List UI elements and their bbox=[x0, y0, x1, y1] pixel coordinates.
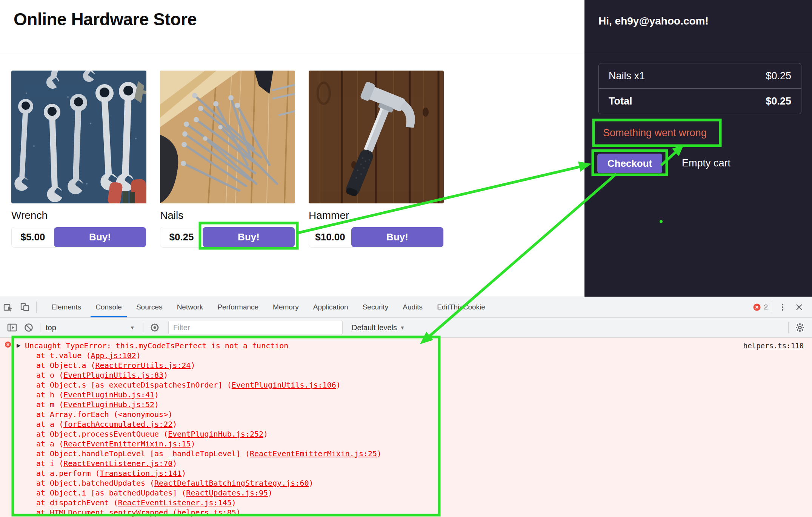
stack-frame: at dispatchEvent (ReactEventListener.js:… bbox=[0, 498, 812, 508]
source-link[interactable]: EventPluginHub.js:52 bbox=[63, 400, 154, 409]
tab-network[interactable]: Network bbox=[170, 297, 211, 317]
divider bbox=[143, 322, 143, 333]
wrench-product-photo bbox=[11, 71, 146, 203]
source-link[interactable]: EventPluginHub.js:41 bbox=[63, 390, 154, 399]
stack-frame: at Object.a (ReactErrorUtils.js:24) bbox=[0, 360, 812, 370]
source-link[interactable]: ReactDefaultBatchingStrategy.js:60 bbox=[154, 479, 309, 488]
stack-trace: at t.value (App.js:102)at Object.a (Reac… bbox=[0, 351, 812, 517]
divider bbox=[788, 322, 789, 333]
devtools-panel: ElementsConsoleSourcesNetworkPerformance… bbox=[0, 297, 812, 517]
product-price: $0.25 bbox=[160, 227, 203, 247]
tab-performance[interactable]: Performance bbox=[210, 297, 266, 317]
tab-memory[interactable]: Memory bbox=[266, 297, 306, 317]
product-name: Wrench bbox=[11, 209, 146, 222]
cart-total-label: Total bbox=[609, 95, 632, 107]
stack-frame: at Object.processEventQueue (EventPlugin… bbox=[0, 429, 812, 439]
product-name: Hammer bbox=[309, 209, 444, 222]
devtools-tabs: ElementsConsoleSourcesNetworkPerformance… bbox=[44, 297, 492, 317]
log-levels-label: Default levels bbox=[352, 323, 397, 332]
buy-button-hammer[interactable]: Buy! bbox=[351, 227, 443, 247]
buy-row: $0.25 Buy! bbox=[160, 227, 295, 248]
error-icon bbox=[5, 341, 11, 348]
source-link[interactable]: ReactEventEmitterMixin.js:15 bbox=[63, 439, 191, 448]
tab-elements[interactable]: Elements bbox=[44, 297, 88, 317]
cart-total-row: Total $0.25 bbox=[599, 88, 801, 114]
nails-product-photo bbox=[160, 71, 295, 203]
log-levels-dropdown[interactable]: Default levels ▼ bbox=[352, 323, 405, 332]
expand-triangle-icon[interactable]: ▶ bbox=[17, 340, 21, 350]
stack-frame: at t.value (App.js:102) bbox=[0, 351, 812, 360]
stack-frame: at o (EventPluginUtils.js:83) bbox=[0, 370, 812, 380]
buy-row: $10.00 Buy! bbox=[309, 227, 444, 248]
panel-divider bbox=[584, 52, 812, 52]
tab-editthiscookie[interactable]: EditThisCookie bbox=[430, 297, 492, 317]
hammer-product-photo bbox=[309, 71, 444, 203]
stack-frame: at Object.handleTopLevel [as _handleTopL… bbox=[0, 449, 812, 459]
user-greeting: Hi, eh9y@yahoo.com! bbox=[598, 15, 709, 27]
devtools-close-icon[interactable] bbox=[791, 299, 807, 315]
stack-frame: at a.perform (Transaction.js:141) bbox=[0, 468, 812, 478]
empty-cart-button[interactable]: Empty cart bbox=[682, 157, 730, 169]
error-icon bbox=[753, 303, 761, 311]
source-link[interactable]: EventPluginUtils.js:83 bbox=[63, 371, 163, 380]
error-message-text: Uncaught TypeError: this.myCodeIsPerfect… bbox=[25, 341, 288, 350]
source-link[interactable]: forEachAccumulated.js:22 bbox=[63, 420, 172, 429]
divider bbox=[771, 302, 771, 313]
clear-console-icon[interactable] bbox=[20, 319, 37, 336]
console-toolbar: top ▼ Default levels ▼ bbox=[0, 318, 812, 338]
buy-button-wrench[interactable]: Buy! bbox=[54, 227, 146, 247]
source-link[interactable]: ReactEventListener.js:70 bbox=[63, 459, 172, 468]
inspect-element-icon[interactable] bbox=[0, 299, 17, 315]
error-count: 2 bbox=[764, 303, 768, 311]
source-link[interactable]: helpers.ts:85 bbox=[177, 508, 236, 517]
device-toolbar-icon[interactable] bbox=[17, 299, 33, 315]
stack-frame: at m (EventPluginHub.js:52) bbox=[0, 400, 812, 409]
live-expression-eye-icon[interactable] bbox=[146, 319, 163, 336]
buy-row: $5.00 Buy! bbox=[11, 227, 146, 248]
page-title: Online Hardware Store bbox=[14, 9, 197, 29]
console-settings-gear-icon[interactable] bbox=[792, 319, 808, 336]
context-label: top bbox=[46, 323, 56, 332]
divider bbox=[40, 322, 40, 333]
console-sidebar-icon[interactable] bbox=[4, 319, 20, 336]
product-name: Nails bbox=[160, 209, 295, 222]
execution-context-selector[interactable]: top ▼ bbox=[46, 323, 140, 332]
stack-frame: at Object.s [as executeDispatchesInOrder… bbox=[0, 380, 812, 390]
error-source-link[interactable]: helpers.ts:110 bbox=[743, 341, 804, 351]
cart-item-price: $0.25 bbox=[766, 70, 791, 82]
source-link[interactable]: ReactErrorUtils.js:24 bbox=[95, 361, 191, 370]
source-link[interactable]: ReactEventListener.js:145 bbox=[118, 498, 232, 507]
tab-application[interactable]: Application bbox=[306, 297, 355, 317]
devtools-tabbar: ElementsConsoleSourcesNetworkPerformance… bbox=[0, 297, 812, 318]
product-price: $5.00 bbox=[12, 227, 54, 247]
product-price: $10.00 bbox=[309, 227, 351, 247]
header-divider bbox=[0, 52, 584, 52]
cart-item-row: Nails x1 $0.25 bbox=[599, 63, 801, 88]
stack-frame: at h (EventPluginHub.js:41) bbox=[0, 390, 812, 400]
tab-sources[interactable]: Sources bbox=[129, 297, 170, 317]
stack-frame: at Object.i [as batchedUpdates] (ReactUp… bbox=[0, 488, 812, 498]
chevron-down-icon: ▼ bbox=[130, 325, 135, 331]
stack-frame: at i (ReactEventListener.js:70) bbox=[0, 459, 812, 468]
source-link[interactable]: EventPluginUtils.js:106 bbox=[232, 380, 336, 389]
tab-console[interactable]: Console bbox=[88, 297, 129, 317]
tab-audits[interactable]: Audits bbox=[395, 297, 430, 317]
source-link[interactable]: Transaction.js:141 bbox=[100, 469, 182, 478]
devtools-menu-icon[interactable] bbox=[774, 299, 791, 315]
tab-security[interactable]: Security bbox=[355, 297, 396, 317]
source-link[interactable]: App.js:102 bbox=[91, 351, 136, 360]
error-count-badge[interactable]: 2 bbox=[753, 303, 768, 311]
checkout-button[interactable]: Checkout bbox=[597, 154, 662, 173]
buy-button-nails[interactable]: Buy! bbox=[203, 227, 295, 247]
source-link[interactable]: ReactEventEmitterMixin.js:25 bbox=[250, 449, 377, 458]
console-filter-input[interactable] bbox=[168, 321, 343, 334]
console-error-message-row: ▶ Uncaught TypeError: this.myCodeIsPerfe… bbox=[0, 338, 812, 351]
cart-total-value: $0.25 bbox=[766, 95, 791, 107]
stack-frame: at a (forEachAccumulated.js:22) bbox=[0, 419, 812, 429]
source-link[interactable]: EventPluginHub.js:252 bbox=[168, 429, 263, 439]
stack-frame: at a (ReactEventEmitterMixin.js:15) bbox=[0, 439, 812, 449]
source-link[interactable]: ReactUpdates.js:95 bbox=[186, 488, 268, 497]
stack-frame: at Object.batchedUpdates (ReactDefaultBa… bbox=[0, 478, 812, 488]
cart-panel: Hi, eh9y@yahoo.com! Nails x1 $0.25 Total… bbox=[584, 0, 812, 297]
cart-error-message: Something went wrong bbox=[603, 127, 707, 139]
